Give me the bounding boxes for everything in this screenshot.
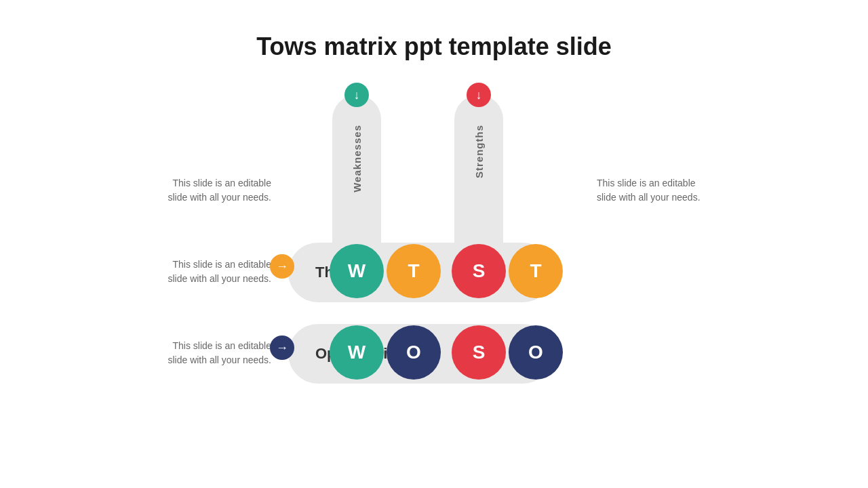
side-text-left-middle: This slide is an editable slide with all… xyxy=(163,258,271,286)
slide: Tows matrix ppt template slide This slid… xyxy=(0,0,868,488)
circle-tt: T xyxy=(387,244,441,298)
circle-so: S xyxy=(452,325,506,380)
circle-wt: W xyxy=(330,244,384,298)
circle-oo: O xyxy=(387,325,441,380)
weaknesses-label: Weaknesses xyxy=(351,125,363,192)
side-text-right-top: This slide is an editable slide with all… xyxy=(597,176,712,205)
slide-title: Tows matrix ppt template slide xyxy=(256,33,611,61)
side-text-left-bottom: This slide is an editable slide with all… xyxy=(163,339,271,367)
opportunities-arrow-icon: → xyxy=(270,336,294,360)
side-text-left-top: This slide is an editable slide with all… xyxy=(163,176,271,205)
threats-arrow-icon: → xyxy=(270,254,294,279)
circle-tt2: T xyxy=(509,244,563,298)
circle-wo: W xyxy=(330,325,384,380)
weaknesses-icon: ↓ xyxy=(344,83,369,107)
strengths-label: Strengths xyxy=(473,125,485,178)
circle-oo2: O xyxy=(509,325,563,380)
strengths-icon: ↓ xyxy=(467,83,491,107)
circle-st: S xyxy=(452,244,506,298)
